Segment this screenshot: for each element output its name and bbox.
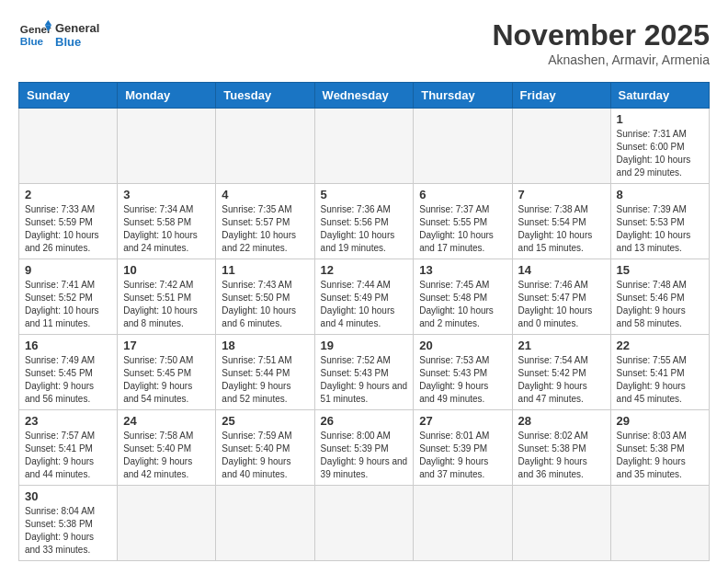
day-info: Sunrise: 8:04 AM Sunset: 5:38 PM Dayligh…	[25, 505, 111, 557]
day-info: Sunrise: 7:46 AM Sunset: 5:47 PM Dayligh…	[518, 279, 605, 330]
day-number: 19	[321, 339, 408, 352]
day-info: Sunrise: 7:41 AM Sunset: 5:52 PM Dayligh…	[25, 279, 111, 330]
day-info: Sunrise: 7:53 AM Sunset: 5:43 PM Dayligh…	[419, 354, 506, 406]
day-info: Sunrise: 7:57 AM Sunset: 5:41 PM Dayligh…	[25, 430, 111, 481]
calendar-cell	[216, 109, 314, 184]
calendar-cell: 3Sunrise: 7:34 AM Sunset: 5:58 PM Daylig…	[118, 184, 216, 259]
weekday-header-tuesday: Tuesday	[216, 83, 314, 109]
calendar-cell	[118, 109, 216, 184]
calendar-cell: 19Sunrise: 7:52 AM Sunset: 5:43 PM Dayli…	[314, 335, 414, 410]
calendar-cell	[610, 486, 709, 561]
day-number: 3	[123, 188, 210, 201]
day-info: Sunrise: 7:58 AM Sunset: 5:40 PM Dayligh…	[123, 430, 210, 481]
day-number: 29	[617, 414, 703, 428]
calendar-cell: 20Sunrise: 7:53 AM Sunset: 5:43 PM Dayli…	[414, 335, 512, 410]
calendar-cell	[414, 486, 512, 561]
weekday-header-monday: Monday	[118, 83, 216, 109]
day-info: Sunrise: 7:33 AM Sunset: 5:59 PM Dayligh…	[25, 203, 111, 255]
day-info: Sunrise: 8:02 AM Sunset: 5:38 PM Dayligh…	[518, 430, 605, 481]
calendar-cell: 24Sunrise: 7:58 AM Sunset: 5:40 PM Dayli…	[118, 410, 216, 486]
day-number: 23	[25, 414, 111, 428]
weekday-header-saturday: Saturday	[610, 83, 709, 109]
day-number: 15	[617, 263, 703, 277]
calendar-cell: 28Sunrise: 8:02 AM Sunset: 5:38 PM Dayli…	[512, 410, 610, 486]
day-info: Sunrise: 7:51 AM Sunset: 5:44 PM Dayligh…	[222, 354, 308, 406]
calendar-table: SundayMondayTuesdayWednesdayThursdayFrid…	[18, 82, 710, 561]
day-info: Sunrise: 8:03 AM Sunset: 5:38 PM Dayligh…	[617, 430, 703, 481]
day-info: Sunrise: 7:37 AM Sunset: 5:55 PM Dayligh…	[419, 203, 506, 255]
day-number: 21	[518, 339, 605, 352]
day-number: 25	[222, 414, 308, 428]
day-number: 24	[123, 414, 210, 428]
calendar-cell: 27Sunrise: 8:01 AM Sunset: 5:39 PM Dayli…	[414, 410, 512, 486]
calendar-cell: 6Sunrise: 7:37 AM Sunset: 5:55 PM Daylig…	[414, 184, 512, 259]
day-number: 1	[617, 112, 703, 126]
calendar-cell: 14Sunrise: 7:46 AM Sunset: 5:47 PM Dayli…	[512, 259, 610, 335]
title-area: November 2025 Aknashen, Armavir, Armenia	[492, 18, 710, 67]
calendar-cell: 5Sunrise: 7:36 AM Sunset: 5:56 PM Daylig…	[314, 184, 414, 259]
weekday-header-friday: Friday	[512, 83, 610, 109]
calendar-cell: 11Sunrise: 7:43 AM Sunset: 5:50 PM Dayli…	[216, 259, 314, 335]
day-info: Sunrise: 7:54 AM Sunset: 5:42 PM Dayligh…	[518, 354, 605, 406]
calendar-cell: 8Sunrise: 7:39 AM Sunset: 5:53 PM Daylig…	[610, 184, 709, 259]
page-header: General Blue General Blue November 2025 …	[18, 18, 710, 67]
logo-general: General	[55, 21, 99, 35]
calendar-cell	[314, 109, 414, 184]
calendar-cell: 12Sunrise: 7:44 AM Sunset: 5:49 PM Dayli…	[314, 259, 414, 335]
calendar-cell: 30Sunrise: 8:04 AM Sunset: 5:38 PM Dayli…	[19, 486, 118, 561]
day-number: 10	[123, 263, 210, 277]
calendar-cell: 15Sunrise: 7:48 AM Sunset: 5:46 PM Dayli…	[610, 259, 709, 335]
logo: General Blue General Blue	[18, 18, 99, 52]
day-info: Sunrise: 7:49 AM Sunset: 5:45 PM Dayligh…	[25, 354, 111, 406]
day-info: Sunrise: 7:39 AM Sunset: 5:53 PM Dayligh…	[617, 203, 703, 255]
calendar-cell: 1Sunrise: 7:31 AM Sunset: 6:00 PM Daylig…	[610, 109, 709, 184]
calendar-cell	[512, 109, 610, 184]
day-info: Sunrise: 7:50 AM Sunset: 5:45 PM Dayligh…	[123, 354, 210, 406]
day-number: 5	[321, 188, 408, 201]
day-number: 28	[518, 414, 605, 428]
day-number: 20	[419, 339, 506, 352]
logo-icon: General Blue	[18, 18, 51, 52]
day-info: Sunrise: 7:44 AM Sunset: 5:49 PM Dayligh…	[321, 279, 408, 330]
day-info: Sunrise: 7:55 AM Sunset: 5:41 PM Dayligh…	[617, 354, 703, 406]
calendar-cell: 17Sunrise: 7:50 AM Sunset: 5:45 PM Dayli…	[118, 335, 216, 410]
day-number: 9	[25, 263, 111, 277]
month-title: November 2025	[492, 18, 710, 52]
day-number: 13	[419, 263, 506, 277]
day-info: Sunrise: 7:48 AM Sunset: 5:46 PM Dayligh…	[617, 279, 703, 330]
logo-blue: Blue	[55, 35, 99, 49]
day-info: Sunrise: 7:43 AM Sunset: 5:50 PM Dayligh…	[222, 279, 308, 330]
calendar-cell: 16Sunrise: 7:49 AM Sunset: 5:45 PM Dayli…	[19, 335, 118, 410]
day-info: Sunrise: 7:42 AM Sunset: 5:51 PM Dayligh…	[123, 279, 210, 330]
day-number: 6	[419, 188, 506, 201]
calendar-cell: 10Sunrise: 7:42 AM Sunset: 5:51 PM Dayli…	[118, 259, 216, 335]
day-info: Sunrise: 7:38 AM Sunset: 5:54 PM Dayligh…	[518, 203, 605, 255]
day-number: 27	[419, 414, 506, 428]
weekday-header-sunday: Sunday	[19, 83, 118, 109]
day-info: Sunrise: 7:34 AM Sunset: 5:58 PM Dayligh…	[123, 203, 210, 255]
day-number: 22	[617, 339, 703, 352]
day-number: 30	[25, 489, 111, 503]
location-title: Aknashen, Armavir, Armenia	[492, 52, 710, 67]
day-info: Sunrise: 7:31 AM Sunset: 6:00 PM Dayligh…	[617, 128, 703, 179]
calendar-cell	[414, 109, 512, 184]
day-info: Sunrise: 7:45 AM Sunset: 5:48 PM Dayligh…	[419, 279, 506, 330]
day-info: Sunrise: 7:35 AM Sunset: 5:57 PM Dayligh…	[222, 203, 308, 255]
calendar-cell: 9Sunrise: 7:41 AM Sunset: 5:52 PM Daylig…	[19, 259, 118, 335]
day-number: 12	[321, 263, 408, 277]
day-number: 26	[321, 414, 408, 428]
calendar-cell: 26Sunrise: 8:00 AM Sunset: 5:39 PM Dayli…	[314, 410, 414, 486]
day-number: 14	[518, 263, 605, 277]
day-number: 16	[25, 339, 111, 352]
weekday-header-wednesday: Wednesday	[314, 83, 414, 109]
calendar-cell: 18Sunrise: 7:51 AM Sunset: 5:44 PM Dayli…	[216, 335, 314, 410]
calendar-cell	[19, 109, 118, 184]
day-info: Sunrise: 7:36 AM Sunset: 5:56 PM Dayligh…	[321, 203, 408, 255]
day-number: 2	[25, 188, 111, 201]
calendar-cell: 22Sunrise: 7:55 AM Sunset: 5:41 PM Dayli…	[610, 335, 709, 410]
calendar-cell	[216, 486, 314, 561]
day-info: Sunrise: 7:59 AM Sunset: 5:40 PM Dayligh…	[222, 430, 308, 481]
calendar-header-row: SundayMondayTuesdayWednesdayThursdayFrid…	[19, 83, 710, 109]
day-number: 18	[222, 339, 308, 352]
day-number: 11	[222, 263, 308, 277]
